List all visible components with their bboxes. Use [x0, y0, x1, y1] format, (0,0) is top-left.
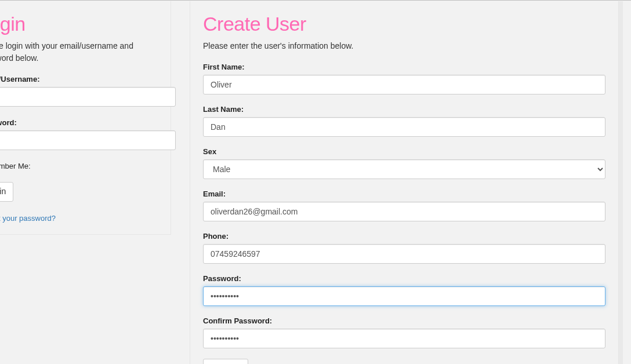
email-label: Email: — [203, 190, 605, 198]
login-username-label: Email/Username: — [0, 75, 158, 83]
login-panel: Login Please login with your email/usern… — [0, 1, 171, 235]
register-button[interactable]: Register — [203, 359, 248, 364]
confirm-password-input[interactable] — [203, 329, 605, 348]
sex-label: Sex — [203, 147, 605, 156]
create-user-subtitle: Please enter the user's information belo… — [203, 40, 605, 52]
last-name-group: Last Name: — [203, 105, 605, 137]
create-user-title: Create User — [203, 13, 605, 35]
right-scrollbar-track[interactable] — [619, 1, 623, 364]
email-input[interactable] — [203, 202, 605, 221]
phone-input[interactable] — [203, 244, 605, 264]
first-name-group: First Name: — [203, 63, 605, 94]
create-user-panel: Create User Please enter the user's info… — [190, 1, 618, 364]
login-remember-group: Remember Me: — [0, 162, 158, 170]
confirm-password-group: Confirm Password: — [203, 316, 605, 348]
login-username-input[interactable] — [0, 87, 176, 107]
login-subtitle: Please login with your email/username an… — [0, 40, 158, 64]
confirm-password-label: Confirm Password: — [203, 316, 605, 325]
password-label: Password: — [203, 274, 605, 283]
login-password-group: Password: — [0, 118, 158, 150]
last-name-input[interactable] — [203, 117, 605, 137]
phone-group: Phone: — [203, 232, 605, 264]
login-title: Login — [0, 13, 158, 35]
first-name-input[interactable] — [203, 75, 605, 94]
last-name-label: Last Name: — [203, 105, 605, 114]
login-password-input[interactable] — [0, 130, 176, 150]
password-input[interactable] — [203, 286, 605, 306]
login-remember-label: Remember Me: — [0, 162, 158, 170]
login-button[interactable]: Login — [0, 182, 13, 202]
login-username-group: Email/Username: — [0, 75, 158, 107]
sex-group: Sex Male — [203, 147, 605, 179]
password-group: Password: — [203, 274, 605, 306]
login-button-group: Login — [0, 182, 158, 202]
sex-select[interactable]: Male — [203, 159, 605, 179]
login-password-label: Password: — [0, 118, 158, 127]
forgot-password-link[interactable]: Forgot your password? — [0, 214, 56, 223]
first-name-label: First Name: — [203, 63, 605, 71]
phone-label: Phone: — [203, 232, 605, 241]
email-group: Email: — [203, 190, 605, 221]
